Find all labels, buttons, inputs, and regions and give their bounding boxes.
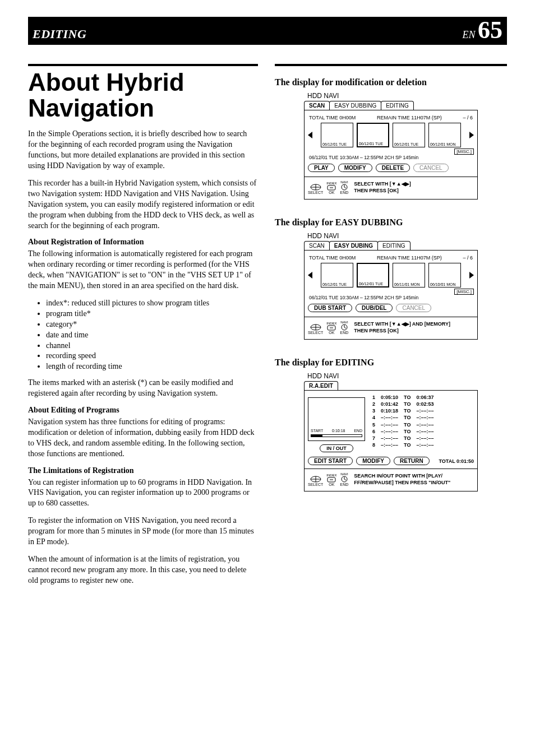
header-bar: EDITING EN 65	[28, 17, 507, 45]
end-icon: NAVI END	[340, 180, 349, 194]
arrow-right-icon[interactable]	[469, 272, 474, 279]
svg-line-7	[344, 187, 346, 188]
dub -tart-button[interactable]: DUB START	[308, 304, 352, 312]
osd-box: START 0:10:18 END IN / OUT 10:05:10TO0:0…	[304, 390, 478, 491]
in-out-button[interactable]: IN / OUT	[320, 444, 353, 452]
osd-tabs: SCANEASY DUBBINGEDITING	[304, 101, 478, 110]
misc-badge[interactable]: [MISC.]	[454, 289, 474, 295]
button-row: DUB STARTDUB/DELCANCEL	[308, 304, 474, 312]
thumbnail[interactable]: 06/12/01 MON	[428, 123, 461, 147]
preview-frame: START 0:10:18 END	[308, 397, 365, 441]
edit-row: 8–:––:––TO–:––:––	[370, 442, 436, 448]
help-row: SELECT INDEX OK NAVI END SELECT WITH [▼▲…	[308, 321, 474, 335]
remain-time: REMAIN TIME 11H07M (SP)	[377, 115, 442, 120]
list-item: date and time	[46, 330, 258, 341]
thumbnail[interactable]: 06/12/01 TUE	[357, 263, 389, 287]
thumbnail[interactable]: 06/12/01 TUE	[321, 263, 353, 287]
help-row: SELECT INDEX OK NAVI END SELECT WITH [▼▲…	[308, 180, 474, 194]
limitations-paragraph-2: To register the information on VHS Navig…	[28, 516, 258, 548]
help-text: SEARCH IN/OUT POINT WITH [PLAY/FF/REW/PA…	[354, 473, 450, 486]
arrow-left-icon[interactable]	[308, 132, 312, 138]
page-number: 65	[478, 16, 502, 44]
thumbnail[interactable]: 06/12/01 TUE	[357, 123, 389, 147]
help-icons: SELECT INDEX OK NAVI END	[308, 180, 348, 194]
edit-row: 4–:––:––TO–:––:––	[370, 414, 436, 421]
osd-tabs: R.A.EDIT	[304, 381, 478, 390]
osd-box: TOTAL TIME 0H00M REMAIN TIME 11H07M (SP)…	[304, 250, 478, 340]
info-line: TOTAL TIME 0H00M REMAIN TIME 11H07M (SP)…	[309, 255, 473, 261]
thumbnails: 06/12/01 TUE06/12/01 TUE06/11/01 MON06/1…	[321, 263, 461, 287]
thumbnail[interactable]: 06/10/01 MON	[428, 263, 461, 287]
edit-row: 10:05:10TO0:06:37	[370, 394, 436, 401]
osd-box: TOTAL TIME 0H00M REMAIN TIME 11H07M (SP)…	[304, 110, 478, 200]
return-button[interactable]: RETURN	[394, 457, 430, 465]
limitations-paragraph-1: You can register information up to 60 pr…	[28, 477, 258, 509]
svg-line-15	[344, 327, 346, 328]
list-item: length of recording time	[46, 361, 258, 372]
svg-line-23	[344, 479, 346, 480]
ok-icon: INDEX OK	[326, 322, 336, 335]
thumbnails: 06/12/01 TUE06/12/01 TUE06/12/01 TUE06/1…	[321, 123, 461, 147]
button-row: EDIT STARTMODIFYRETURN TOTAL 0:01:50	[308, 457, 474, 465]
button-row: PLAYMODIFYDELETECANCEL	[308, 164, 474, 172]
tab-editing[interactable]: EDITING	[381, 101, 414, 110]
list-item: program title*	[46, 309, 258, 319]
play-button[interactable]: PLAY	[308, 164, 335, 172]
modify-button[interactable]: MODIFY	[356, 457, 390, 465]
cancel-button: CANCEL	[413, 164, 449, 172]
osd-modify-delete: HDD NAVI SCANEASY DUBBINGEDITING TOTAL T…	[304, 92, 478, 200]
osd-title: HDD NAVI	[307, 232, 478, 240]
preview-column: START 0:10:18 END IN / OUT	[308, 394, 365, 452]
list-item: category*	[46, 319, 258, 330]
preview-time: 0:10:18	[332, 429, 345, 433]
title-divider	[28, 64, 258, 66]
edit start-button[interactable]: EDIT START	[308, 457, 353, 465]
tab-easy dubing[interactable]: EASY DUBING	[329, 241, 378, 250]
tab-scan[interactable]: SCAN	[304, 101, 330, 110]
heading-editing: About Editing of Programs	[28, 406, 258, 415]
start-label: START	[311, 429, 323, 433]
end-icon: NAVI END	[340, 472, 349, 486]
count: – / 6	[463, 255, 473, 261]
edit-row: 7–:––:––TO–:––:––	[370, 435, 436, 442]
osd-divider	[305, 177, 477, 177]
arrow-left-icon[interactable]	[308, 272, 312, 279]
editing-paragraph: Navigation system has three functions fo…	[28, 417, 258, 460]
edit-row: 6–:––:––TO–:––:––	[370, 428, 436, 435]
section-title-editing: The display for EDITING	[275, 358, 507, 368]
thumbnail[interactable]: 06/11/01 MON	[393, 263, 425, 287]
total-time: TOTAL TIME 0H00M	[309, 255, 356, 261]
edit-row: 30:10:18TO–:––:––	[370, 407, 436, 414]
help-row: SELECT INDEX OK NAVI END SEARCH IN/OUT P…	[308, 472, 474, 486]
tab-scan[interactable]: SCAN	[304, 241, 330, 250]
tab-easy dubbing[interactable]: EASY DUBBING	[329, 101, 381, 110]
ok-icon: INDEX OK	[326, 182, 336, 194]
ok-icon: INDEX OK	[326, 474, 336, 486]
page-title: About Hybrid Navigation	[28, 69, 258, 121]
tab-editing[interactable]: EDITING	[377, 241, 411, 250]
delete-button[interactable]: DELETE	[376, 164, 410, 172]
thumbnail[interactable]: 06/12/01 TUE	[393, 123, 425, 147]
tab-ra-edit[interactable]: R.A.EDIT	[304, 381, 338, 390]
section-name: EDITING	[33, 27, 86, 41]
edit-list: 10:05:10TO0:06:3720:01:42TO0:02:5330:10:…	[370, 394, 436, 452]
osd-divider	[305, 317, 477, 317]
section-title-modify: The display for modification or deletion	[275, 77, 507, 87]
end-icon: NAVI END	[340, 321, 349, 335]
help-text: SELECT WITH [▼▲◀▶] AND [MEMORY]THEN PRES…	[354, 321, 450, 334]
total-time: TOTAL TIME 0H00M	[309, 115, 356, 120]
arrow-right-icon[interactable]	[469, 132, 474, 138]
select-icon: SELECT	[308, 476, 323, 486]
page-number-wrap: EN 65	[462, 18, 502, 43]
asterisk-note: The items marked with an asterisk (*) ca…	[28, 378, 258, 399]
osd-title: HDD NAVI	[307, 372, 478, 380]
dub-del-button[interactable]: DUB/DEL	[356, 304, 393, 312]
thumbnail[interactable]: 06/12/01 TUE	[321, 123, 353, 147]
modify-button[interactable]: MODIFY	[338, 164, 372, 172]
left-column: About Hybrid Navigation In the Simple Op…	[28, 56, 258, 593]
misc-badge[interactable]: [MISC.]	[454, 149, 474, 155]
progress-bar	[311, 434, 362, 437]
help-icons: SELECT INDEX OK NAVI END	[308, 321, 348, 335]
cancel-button: CANCEL	[396, 304, 431, 312]
right-column: The display for modification or deletion…	[275, 56, 507, 593]
